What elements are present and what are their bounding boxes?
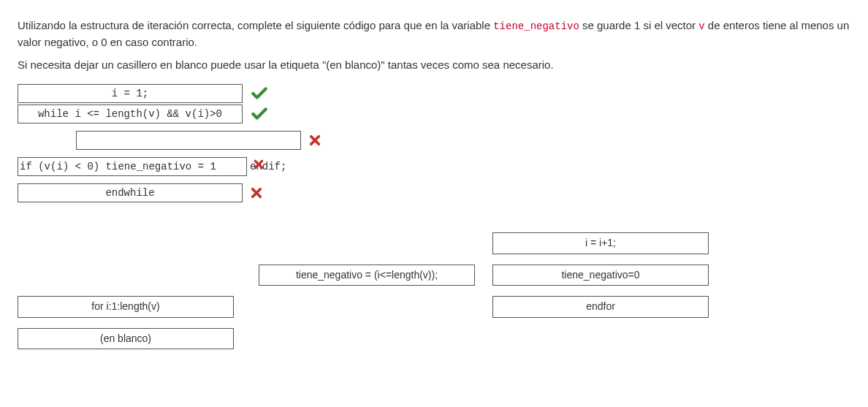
cross-icon [253, 159, 264, 172]
answer-slot-3-empty[interactable] [76, 131, 301, 150]
cross-icon [308, 134, 321, 147]
instruction-para-1: Utilizando la estructura de iteración co… [18, 18, 850, 51]
instructions: Utilizando la estructura de iteración co… [18, 18, 850, 73]
option-for-loop[interactable]: for i:1:length(v) [18, 296, 234, 318]
text-fragment: se guarde 1 si el vector [579, 19, 698, 31]
check-icon [250, 84, 269, 103]
option-tiene-negativo-cond[interactable]: tiene_negativo = (i<=length(v)); [259, 265, 475, 286]
code-var-tiene-negativo: tiene_negativo [493, 20, 579, 32]
answer-slot-4[interactable]: if (v(i) < 0) tiene_negativo = 1 [18, 157, 247, 176]
options-pool: i = i+1; tiene_negativo = (i<=length(v))… [18, 232, 850, 349]
option-en-blanco[interactable]: (en blanco) [18, 328, 234, 350]
text-fragment: Utilizando la estructura de iteración co… [18, 19, 493, 31]
option-i-plus-1[interactable]: i = i+1; [492, 232, 709, 254]
option-tiene-negativo-zero[interactable]: tiene_negativo=0 [492, 265, 709, 286]
answer-row-5: endwhile [18, 183, 850, 203]
answer-row-2: while i <= length(v) && v(i)>0 [18, 104, 850, 124]
answer-row-4: if (v(i) < 0) tiene_negativo = 1 endif; [18, 156, 850, 177]
code-var-v: v [698, 20, 704, 32]
cross-icon [250, 186, 263, 199]
answer-slot-5[interactable]: endwhile [18, 183, 243, 202]
exercise-area: i = 1; while i <= length(v) && v(i)>0 if… [18, 83, 850, 349]
check-icon [250, 104, 269, 123]
answer-row-1: i = 1; [18, 83, 850, 104]
option-endfor[interactable]: endfor [492, 296, 709, 318]
answer-slot-1[interactable]: i = 1; [18, 84, 243, 103]
instruction-para-2: Si necesita dejar un casillero en blanco… [18, 57, 850, 74]
answer-slot-2[interactable]: while i <= length(v) && v(i)>0 [18, 104, 243, 123]
answer-row-3 [18, 130, 850, 151]
